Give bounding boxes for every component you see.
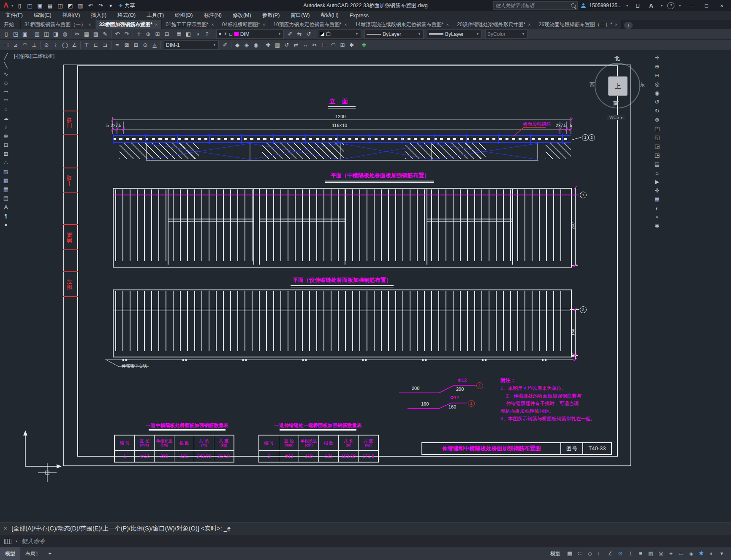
layer-properties-icon[interactable]: ≣ xyxy=(174,31,184,37)
isolate-objects-icon[interactable]: ◐ xyxy=(652,205,662,212)
dim-diameter-icon[interactable]: ◯ xyxy=(60,42,70,48)
viewcube-west[interactable]: 西 xyxy=(590,81,595,89)
dim-update-icon[interactable]: ✐ xyxy=(220,42,230,48)
dim-jogged-icon[interactable]: ≀ xyxy=(51,42,60,48)
share-button[interactable]: ✈ 共享 xyxy=(116,2,135,9)
solid-sphere-icon[interactable]: ◉ xyxy=(251,42,261,48)
dim-baseline-icon[interactable]: ⊏ xyxy=(91,42,101,48)
search-input[interactable]: 键入关键字或短语 xyxy=(493,1,578,10)
dimstyle-combo[interactable]: DIM-1 ▾ xyxy=(164,41,219,50)
solid-box-icon[interactable]: ◆ xyxy=(233,42,242,48)
app-store-cart-icon[interactable]: ⊔ xyxy=(633,3,643,9)
pan-icon[interactable]: ✛ xyxy=(134,31,144,37)
command-input[interactable]: ▾ 键入命令 xyxy=(0,535,731,548)
dim-angular-icon[interactable]: ∠ xyxy=(70,42,79,48)
command-keyboard-icon[interactable] xyxy=(4,539,11,544)
command-close-icon[interactable]: ✕ xyxy=(3,526,7,531)
tab-close-icon[interactable]: × xyxy=(211,22,214,27)
menu-item[interactable]: 编辑(E) xyxy=(28,12,57,19)
logo-caret-icon[interactable]: ▾ xyxy=(10,4,14,8)
otrack-icon[interactable]: ⊥ xyxy=(625,550,636,557)
point-icon[interactable]: ∴ xyxy=(1,159,11,167)
file-tab[interactable]: 04标准横断面图*× xyxy=(218,20,269,29)
move-icon[interactable]: ✚ xyxy=(264,42,273,48)
command-caret-icon[interactable]: ▾ xyxy=(14,539,19,543)
save-icon[interactable]: ▣ xyxy=(20,31,30,37)
add-icon[interactable]: ✚ xyxy=(359,42,369,48)
menu-item[interactable]: 窗口(W) xyxy=(285,12,315,19)
orbit-icon[interactable]: ◎ xyxy=(652,81,662,88)
pan-icon[interactable]: ✛ xyxy=(652,54,662,62)
view-back-icon[interactable]: ↺ xyxy=(652,98,662,106)
viewcube-north[interactable]: 北 xyxy=(614,55,620,62)
tab-close-icon[interactable]: × xyxy=(528,22,530,27)
search-icon[interactable] xyxy=(571,3,576,8)
tab-close-icon[interactable]: × xyxy=(88,22,91,27)
dim-arc-icon[interactable]: ◠ xyxy=(20,42,30,48)
undo-icon[interactable]: ↶ xyxy=(85,3,95,9)
layer-match-icon[interactable]: ⇆ xyxy=(295,31,304,37)
named-views-icon[interactable]: ▤ xyxy=(652,160,662,168)
match-properties-icon[interactable]: ✎ xyxy=(101,31,110,37)
help-caret-icon[interactable]: ▾ xyxy=(678,4,682,8)
dynamic-input-icon[interactable]: ▭ xyxy=(676,550,686,557)
minimize-button[interactable]: – xyxy=(685,3,697,9)
view-forward-icon[interactable]: ↻ xyxy=(652,107,662,115)
viewport-2-icon[interactable]: ◱ xyxy=(652,134,662,141)
zoom-in-icon[interactable]: ⊕ xyxy=(652,63,662,70)
menu-item[interactable]: 标注(N) xyxy=(198,12,227,19)
rectangle-icon[interactable]: ▭ xyxy=(1,88,11,96)
color-combo[interactable]: 白 ▾ xyxy=(318,30,361,39)
drawing-canvas[interactable]: ╱╲∿◇▭◠○☁≀⊜⊡⊞∴▨▩▦▤A¶● ✛⊕⊖◎◉↺↻⊛◰◱◲◳▤⌂▶✜▦◐⌖… xyxy=(0,51,731,522)
maximize-button[interactable]: □ xyxy=(701,3,712,9)
web-icon[interactable]: ◍ xyxy=(60,31,70,37)
snap-icon[interactable]: ∷ xyxy=(575,550,585,557)
apps-caret-icon[interactable]: ▾ xyxy=(660,4,664,8)
settings-icon[interactable]: ✱ xyxy=(652,222,662,230)
file-tab[interactable]: 01施工工序示意图*× xyxy=(162,20,218,29)
viewport-3-icon[interactable]: ◲ xyxy=(652,143,662,150)
construction-line-icon[interactable]: ╲ xyxy=(1,62,11,69)
explode-icon[interactable]: ✱ xyxy=(347,42,356,48)
layer-freeze-icon[interactable]: ☀ xyxy=(223,32,227,36)
make-block-icon[interactable]: ⊞ xyxy=(1,150,11,158)
tolerance-icon[interactable]: ⊞ xyxy=(131,42,141,48)
ucs-icon[interactable]: ✜ xyxy=(652,187,662,195)
layer-lock-icon[interactable]: ◻ xyxy=(229,32,232,36)
file-tab[interactable]: 开始 xyxy=(0,20,21,29)
line-icon[interactable]: ╱ xyxy=(1,53,11,60)
annotation-icon[interactable]: ◈ xyxy=(686,550,696,557)
extend-icon[interactable]: ⊢ xyxy=(319,42,329,48)
layer-isolate-icon[interactable]: ◑ xyxy=(193,31,202,37)
dim-inspect-icon[interactable]: ◬ xyxy=(150,42,159,48)
polygon-icon[interactable]: ◇ xyxy=(1,79,11,87)
user-caret-icon[interactable]: ▾ xyxy=(625,4,629,8)
publish-icon[interactable]: ◨ xyxy=(51,31,60,37)
menu-item[interactable]: 绘图(D) xyxy=(169,12,198,19)
gradient-icon[interactable]: ▩ xyxy=(1,177,11,184)
ortho-icon[interactable]: ∟ xyxy=(595,550,605,557)
layer-combo-caret-icon[interactable]: ▾ xyxy=(277,32,282,36)
fillet-icon[interactable]: ◠ xyxy=(329,42,338,48)
full-navigation-icon[interactable]: ⊛ xyxy=(652,116,662,124)
plot-icon[interactable]: ▥ xyxy=(33,31,42,37)
file-tab[interactable]: 31桥面板钢筋布置图（一）× xyxy=(21,20,95,29)
viewport-1-icon[interactable]: ◰ xyxy=(652,125,662,133)
file-tab[interactable]: 14墩顶现浇连续段钢束定位钢筋布置图*× xyxy=(351,20,453,29)
menu-item[interactable]: 格式(O) xyxy=(112,12,141,19)
paste-icon[interactable]: ▧ xyxy=(91,31,101,37)
circle-icon[interactable]: ○ xyxy=(1,106,11,114)
new-tab-button[interactable]: + xyxy=(624,22,633,29)
model-space-button[interactable]: 模型 xyxy=(546,550,565,557)
trim-icon[interactable]: ✂ xyxy=(310,42,319,48)
tab-close-icon[interactable]: × xyxy=(344,22,347,27)
open-file-icon[interactable]: ◳ xyxy=(24,3,35,9)
dim-aligned-icon[interactable]: ⊿ xyxy=(11,42,20,48)
tab-close-icon[interactable]: × xyxy=(615,22,617,27)
spline-icon[interactable]: ≀ xyxy=(1,124,11,131)
cut-icon[interactable]: ✂ xyxy=(73,31,82,37)
rotate-icon[interactable]: ↺ xyxy=(282,42,291,48)
user-avatar-icon[interactable] xyxy=(581,3,586,8)
mtext-icon[interactable]: ¶ xyxy=(1,212,11,220)
file-tab[interactable]: 33桥面加强钢筋布置图*× xyxy=(95,20,162,29)
